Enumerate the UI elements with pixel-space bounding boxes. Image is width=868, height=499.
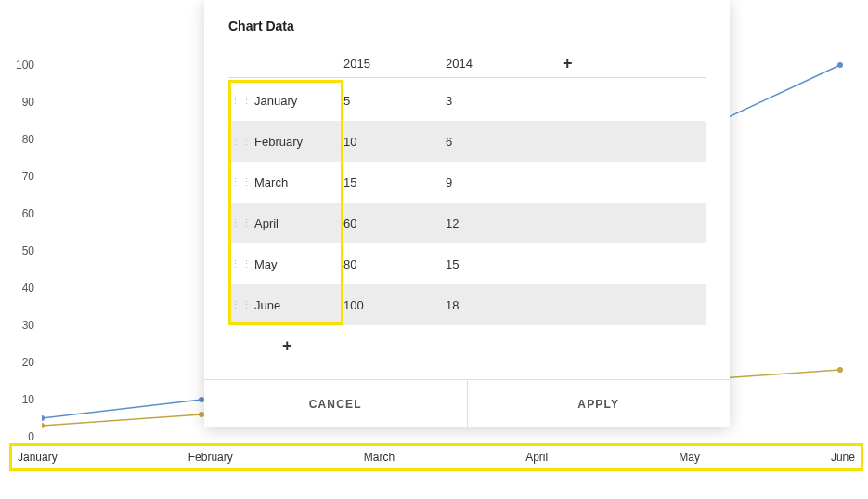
y-axis: 1009080706050403020100 xyxy=(0,0,42,446)
cell-series-1[interactable]: 3 xyxy=(446,94,557,108)
chart-data-table: 2015 2014 + ⋮⋮January53⋮⋮February106⋮⋮Ma… xyxy=(204,50,730,366)
x-axis-highlight: JanuaryFebruaryMarchAprilMayJune xyxy=(9,443,863,471)
y-tick: 100 xyxy=(16,59,34,72)
add-row-button[interactable]: + xyxy=(277,336,292,356)
x-tick: April xyxy=(525,451,548,464)
x-tick: March xyxy=(364,451,395,464)
y-tick: 80 xyxy=(22,133,34,146)
table-row: ⋮⋮June10018 xyxy=(228,284,706,325)
cell-series-1[interactable]: 15 xyxy=(446,257,557,271)
cell-series-0[interactable]: 15 xyxy=(343,176,446,190)
chart-data-dialog: Chart Data 2015 2014 + ⋮⋮January53⋮⋮Febr… xyxy=(204,0,730,427)
cell-series-0[interactable]: 80 xyxy=(343,257,446,271)
table-row: ⋮⋮May8015 xyxy=(228,243,706,284)
drag-handle-icon[interactable]: ⋮⋮ xyxy=(228,217,254,230)
chart-point xyxy=(42,423,45,428)
add-column-button[interactable]: + xyxy=(557,54,573,72)
add-column-cell: + xyxy=(557,54,706,73)
table-row: ⋮⋮February106 xyxy=(228,121,706,162)
chart-point xyxy=(837,367,843,373)
cell-series-1[interactable]: 18 xyxy=(446,298,557,312)
y-tick: 50 xyxy=(22,244,34,257)
cell-series-0[interactable]: 100 xyxy=(343,298,446,312)
drag-handle-icon[interactable]: ⋮⋮ xyxy=(228,136,254,148)
dialog-footer: CANCEL APPLY xyxy=(204,379,730,427)
apply-button[interactable]: APPLY xyxy=(467,380,731,427)
cell-series-0[interactable]: 5 xyxy=(343,94,446,108)
column-header-1[interactable]: 2014 xyxy=(446,57,557,71)
cell-series-0[interactable]: 10 xyxy=(343,135,446,149)
y-tick: 90 xyxy=(22,96,34,109)
cell-series-1[interactable]: 12 xyxy=(446,217,557,230)
chart-point xyxy=(42,415,45,421)
table-row: ⋮⋮March159 xyxy=(228,162,706,203)
row-label[interactable]: January xyxy=(254,94,343,108)
y-tick: 70 xyxy=(22,170,34,183)
drag-handle-icon[interactable]: ⋮⋮ xyxy=(228,95,254,107)
table-row: ⋮⋮April6012 xyxy=(228,203,706,243)
x-tick: June xyxy=(831,451,855,464)
y-tick: 20 xyxy=(22,356,34,369)
cell-series-1[interactable]: 6 xyxy=(446,135,557,149)
x-tick: February xyxy=(188,451,233,464)
dialog-title: Chart Data xyxy=(204,0,730,50)
add-row-row: + xyxy=(228,325,706,366)
y-tick: 40 xyxy=(22,282,34,295)
y-tick: 60 xyxy=(22,207,34,220)
column-header-0[interactable]: 2015 xyxy=(343,57,446,71)
y-tick: 30 xyxy=(22,319,34,332)
row-label[interactable]: May xyxy=(254,257,343,271)
table-row: ⋮⋮January53 xyxy=(228,80,706,121)
y-tick: 10 xyxy=(22,393,34,406)
table-header-row: 2015 2014 + xyxy=(228,50,706,78)
drag-handle-icon[interactable]: ⋮⋮ xyxy=(228,177,254,189)
x-tick: January xyxy=(18,451,58,464)
row-label[interactable]: April xyxy=(254,217,343,230)
row-label[interactable]: June xyxy=(254,298,343,312)
drag-handle-icon[interactable]: ⋮⋮ xyxy=(228,258,254,270)
x-tick: May xyxy=(679,451,700,464)
drag-handle-icon[interactable]: ⋮⋮ xyxy=(228,299,254,311)
row-label[interactable]: February xyxy=(254,135,343,149)
cancel-button[interactable]: CANCEL xyxy=(204,380,467,427)
row-label[interactable]: March xyxy=(254,176,343,190)
chart-point xyxy=(837,62,843,68)
y-tick: 0 xyxy=(28,430,34,443)
cell-series-1[interactable]: 9 xyxy=(446,176,557,190)
cell-series-0[interactable]: 60 xyxy=(343,217,446,230)
table-body: ⋮⋮January53⋮⋮February106⋮⋮March159⋮⋮Apri… xyxy=(228,80,706,325)
